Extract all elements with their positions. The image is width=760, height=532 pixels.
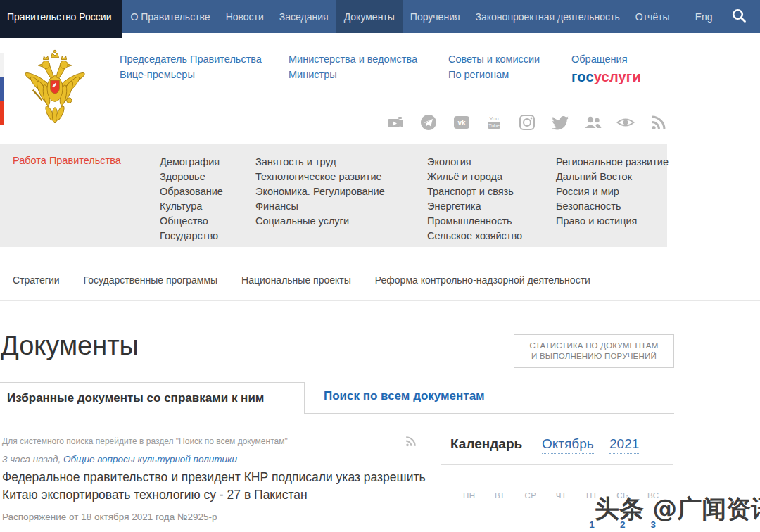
documents-subnav: Стратегии Государственные программы Наци… [13, 274, 614, 286]
eye-icon[interactable] [616, 113, 635, 132]
russian-flag-stripe [0, 53, 4, 125]
calendar-day-empty [546, 519, 577, 530]
feed-item-headline-link[interactable]: Федеральное правительство и президент КН… [2, 469, 433, 504]
weekday-tue: ВТ [485, 491, 516, 500]
svg-text:You: You [490, 115, 500, 122]
topics-column-4: Региональное развитие Дальний Восток Рос… [556, 155, 669, 229]
topics-column-2: Занятость и труд Технологическое развити… [255, 155, 385, 229]
link-ministers[interactable]: Министры [289, 67, 417, 82]
weekday-mon: ПН [454, 491, 485, 500]
topic-link[interactable]: Занятость и труд [255, 155, 385, 170]
tab-search-all-documents[interactable]: Поиск по всем документам [324, 389, 485, 405]
feed-rss-icon[interactable] [404, 434, 418, 451]
topic-link[interactable]: Энергетика [427, 199, 522, 214]
link-chairman[interactable]: Председатель Правительства [120, 51, 262, 67]
link-regions[interactable]: По регионам [448, 67, 540, 82]
russia-coat-of-arms[interactable] [23, 49, 87, 128]
stats-button-line2: И ВЫПОЛНЕНИЮ ПОРУЧЕНИЙ [531, 351, 657, 362]
calendar-title: Календарь [450, 436, 522, 452]
search-button[interactable] [721, 0, 757, 33]
subnav-divider [0, 300, 760, 301]
nav-item-reports[interactable]: Отчёты [628, 0, 678, 33]
topic-link[interactable]: Жильё и города [427, 170, 522, 184]
topic-link[interactable]: Транспорт и связь [427, 184, 522, 199]
topic-link[interactable]: Сельское хозяйство [427, 229, 522, 243]
stats-button-line1: СТАТИСТИКА ПО ДОКУМЕНТАМ [530, 341, 659, 351]
system-search-note: Для системного поиска перейдите в раздел… [2, 436, 288, 446]
topics-column-3: Экология Жильё и города Транспорт и связ… [427, 155, 522, 243]
twitter-icon[interactable] [550, 113, 570, 132]
feed-item-document-reference: Распоряжение от 18 октября 2021 года №29… [2, 512, 217, 522]
nav-item-lawmaking[interactable]: Законопроектная деятельность [468, 0, 628, 33]
topic-link[interactable]: Экономика. Регулирование [255, 184, 385, 199]
tab-featured-documents[interactable]: Избранные документы со справками к ним [0, 382, 305, 414]
tab-featured-documents-label: Избранные документы со справками к ним [7, 391, 264, 405]
gosuslugi-logo-part2: услуги [594, 69, 641, 84]
government-work-panel: Работа Правительства Демография Здоровье… [0, 144, 667, 247]
youtube-icon[interactable]: YouTube [484, 113, 504, 132]
instagram-icon[interactable] [517, 113, 537, 132]
link-appeals[interactable]: Обращения [571, 51, 628, 67]
nav-item-news[interactable]: Новости [218, 0, 272, 33]
weekday-wed: СР [515, 491, 546, 500]
topic-link[interactable]: Право и юстиция [556, 214, 669, 229]
topic-link[interactable]: Россия и мир [556, 184, 669, 199]
tab-divider [305, 413, 674, 414]
gosuslugi-logo[interactable]: госуслуги [571, 69, 641, 85]
toutiao-watermark: 头条 @广闻资讯 [595, 493, 760, 526]
calendar-day-empty [454, 519, 485, 530]
telegram-icon[interactable] [419, 113, 438, 132]
calendar-day-empty [485, 519, 516, 530]
subnav-control-reform[interactable]: Реформа контрольно-надзорной деятельност… [375, 274, 590, 286]
nav-item-eng[interactable]: Eng [688, 0, 721, 33]
gosuslugi-logo-part1: гос [571, 69, 594, 84]
people-icon[interactable] [583, 113, 603, 132]
topic-link[interactable]: Региональное развитие [556, 155, 669, 170]
topic-link[interactable]: Экология [427, 155, 522, 170]
topic-link[interactable]: Технологическое развитие [255, 170, 385, 184]
header-links-ministries: Министерства и ведомства Министры [289, 51, 417, 82]
feed-item-time: 3 часа назад, [2, 454, 61, 464]
subnav-strategies[interactable]: Стратегии [13, 274, 60, 286]
topic-link[interactable]: Социальные услуги [255, 214, 385, 229]
header-links-government: Председатель Правительства Вице-премьеры [120, 51, 262, 82]
topic-link[interactable]: Общество [160, 214, 223, 229]
documents-statistics-button[interactable]: СТАТИСТИКА ПО ДОКУМЕНТАМ И ВЫПОЛНЕНИЮ ПО… [514, 334, 674, 368]
government-ru-documents-page: Правительство России О Правительстве Нов… [0, 0, 760, 532]
link-councils[interactable]: Советы и комиссии [448, 51, 540, 67]
weekday-thu: ЧТ [546, 491, 577, 500]
brand-home-link[interactable]: Правительство России [0, 0, 122, 38]
page-title: Документы [1, 331, 139, 361]
nav-item-about[interactable]: О Правительстве [122, 0, 217, 33]
topic-link[interactable]: Финансы [255, 199, 385, 214]
nav-item-documents[interactable]: Документы [336, 0, 403, 33]
svg-text:Tube: Tube [488, 123, 500, 128]
subnav-national-projects[interactable]: Национальные проекты [241, 274, 351, 286]
header-links-appeals: Обращения [571, 51, 628, 67]
nav-item-meetings[interactable]: Заседания [272, 0, 336, 33]
link-ministries[interactable]: Министерства и ведомства [289, 51, 417, 67]
calendar-year-selector[interactable]: 2021 [609, 436, 639, 454]
topic-link[interactable]: Государство [160, 229, 223, 243]
calendar-month-selector[interactable]: Октябрь [542, 436, 594, 454]
topic-link[interactable]: Демография [160, 155, 223, 170]
topic-link[interactable]: Культура [160, 199, 223, 214]
feed-item-meta: 3 часа назад, Общие вопросы культурной п… [2, 454, 237, 464]
calendar-divider-vertical [533, 429, 533, 461]
feed-item-category-link[interactable]: Общие вопросы культурной политики [63, 454, 237, 464]
topic-link[interactable]: Дальний Восток [556, 170, 669, 184]
video-icon[interactable] [386, 113, 405, 132]
calendar-day-empty [515, 519, 546, 530]
topic-link[interactable]: Промышленность [427, 214, 522, 229]
government-work-link[interactable]: Работа Правительства [13, 155, 121, 167]
nav-item-orders[interactable]: Поручения [403, 0, 468, 33]
subnav-state-programs[interactable]: Государственные программы [84, 274, 218, 286]
calendar-divider-horizontal [441, 464, 673, 465]
vk-icon[interactable]: vk [452, 113, 471, 132]
link-vice-premiers[interactable]: Вице-премьеры [120, 67, 262, 82]
rss-icon[interactable] [649, 113, 669, 132]
topics-column-1: Демография Здоровье Образование Культура… [160, 155, 223, 243]
topic-link[interactable]: Образование [160, 184, 223, 199]
topic-link[interactable]: Безопасность [556, 199, 669, 214]
topic-link[interactable]: Здоровье [160, 170, 223, 184]
